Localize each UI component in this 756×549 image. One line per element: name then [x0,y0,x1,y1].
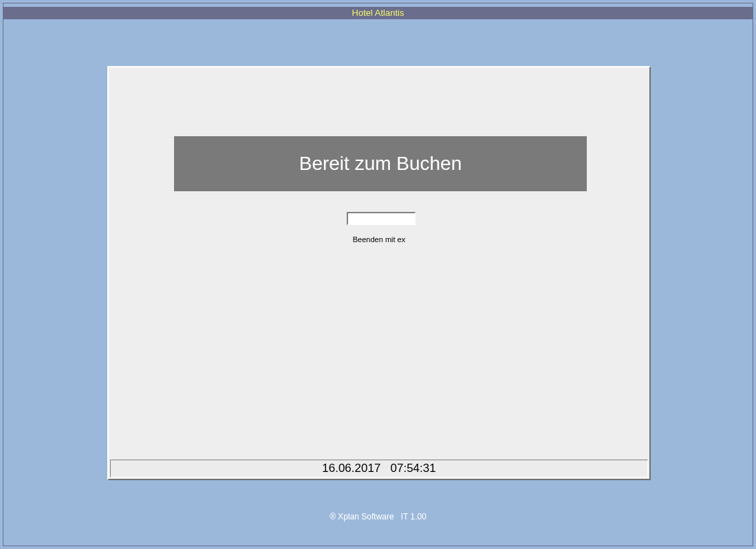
window-title: Hotel Atlantis [352,8,404,18]
footer-credit-text: ® Xplan Software IT 1.00 [330,512,426,521]
window-title-bar: Hotel Atlantis [3,7,753,19]
status-banner: Bereit zum Buchen [174,136,587,191]
command-input[interactable] [347,212,415,225]
footer-credit: ® Xplan Software IT 1.00 [0,512,756,521]
input-hint: Beenden mit ex [109,235,649,244]
status-datetime: 16.06.2017 07:54:31 [322,462,435,475]
input-hint-text: Beenden mit ex [353,235,405,244]
status-banner-text: Bereit zum Buchen [299,153,462,174]
main-panel: Bereit zum Buchen Beenden mit ex 16.06.2… [107,66,651,480]
status-bar: 16.06.2017 07:54:31 [110,460,648,477]
